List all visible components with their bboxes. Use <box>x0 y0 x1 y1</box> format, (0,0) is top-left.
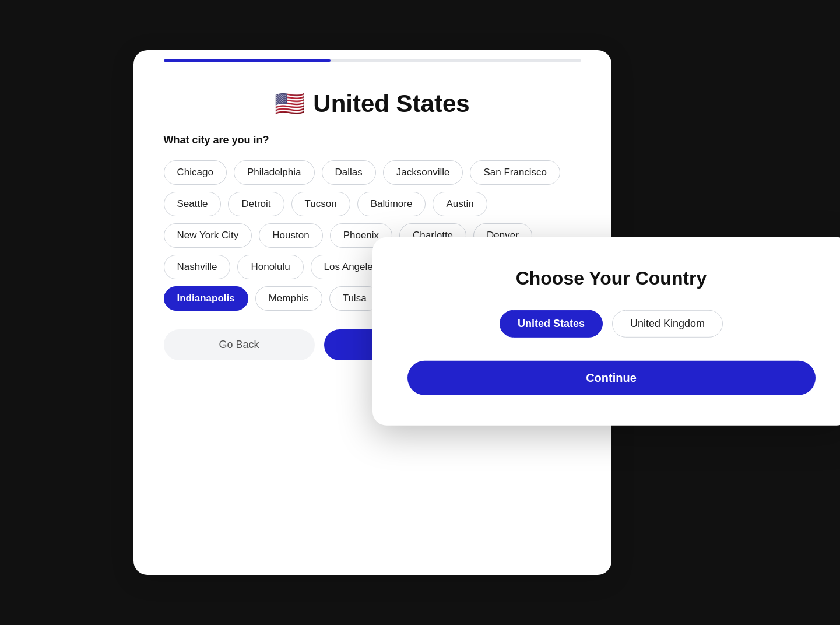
country-chip-united-kingdom[interactable]: United Kingdom <box>612 310 723 338</box>
flag-icon: 🇺🇸 <box>275 92 305 116</box>
city-chip-baltimore[interactable]: Baltimore <box>357 192 426 216</box>
city-chip-seattle[interactable]: Seattle <box>164 192 222 216</box>
back-button[interactable]: Go Back <box>164 329 315 360</box>
city-chip-memphis[interactable]: Memphis <box>255 286 322 311</box>
city-chip-indianapolis[interactable]: Indianapolis <box>164 286 248 311</box>
city-chip-austin[interactable]: Austin <box>433 192 487 216</box>
city-chip-jacksonville[interactable]: Jacksonville <box>383 160 463 185</box>
country-options: United States United Kingdom <box>407 310 816 338</box>
card-header: 🇺🇸 United States <box>164 90 581 118</box>
city-chip-honolulu[interactable]: Honolulu <box>237 255 303 279</box>
city-chip-tucson[interactable]: Tucson <box>291 192 350 216</box>
city-chip-san-francisco[interactable]: San Francisco <box>470 160 560 185</box>
city-chip-detroit[interactable]: Detroit <box>228 192 284 216</box>
city-chip-chicago[interactable]: Chicago <box>164 160 227 185</box>
city-chip-new-york-city[interactable]: New York City <box>164 223 252 248</box>
city-chip-philadelphia[interactable]: Philadelphia <box>234 160 315 185</box>
city-chip-dallas[interactable]: Dallas <box>322 160 376 185</box>
city-chip-houston[interactable]: Houston <box>259 223 322 248</box>
card-title: United States <box>313 90 469 118</box>
question-label: What city are you in? <box>164 134 581 146</box>
progress-bar-container <box>164 50 581 52</box>
country-chip-united-states[interactable]: United States <box>500 310 603 338</box>
city-chip-nashville[interactable]: Nashville <box>164 255 231 279</box>
modal-title: Choose Your Country <box>407 268 816 289</box>
progress-bar-track <box>164 59 581 62</box>
modal-continue-button[interactable]: Continue <box>407 361 816 395</box>
country-selection-modal: Choose Your Country United States United… <box>372 237 841 426</box>
progress-bar-fill <box>164 59 331 62</box>
